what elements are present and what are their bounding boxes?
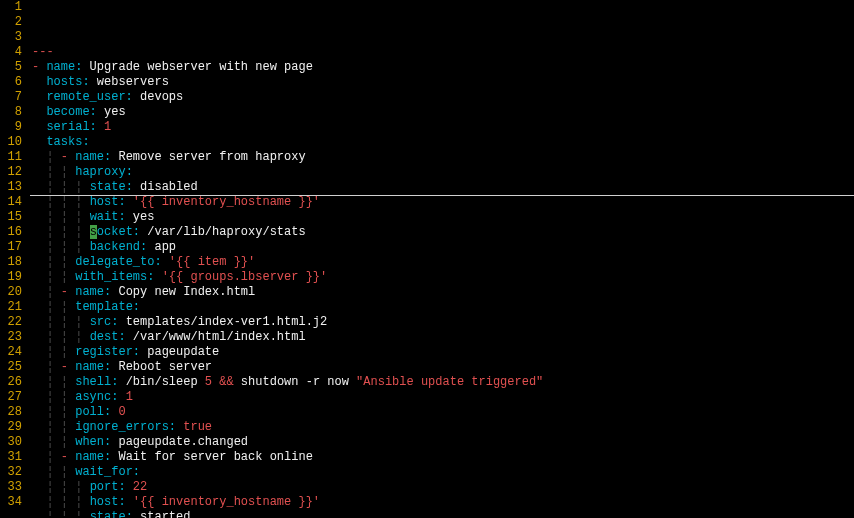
token-val: [32, 405, 46, 419]
token-dash: -: [61, 150, 75, 164]
code-line[interactable]: serial: 1: [32, 120, 852, 135]
token-key: haproxy:: [75, 165, 133, 179]
token-val: [32, 210, 46, 224]
token-str: '{{ inventory_hostname }}': [133, 195, 320, 209]
token-indent: ¦: [46, 285, 60, 299]
token-key: register:: [75, 345, 140, 359]
code-line[interactable]: remote_user: devops: [32, 90, 852, 105]
code-line[interactable]: ¦ ¦ ¦ dest: /var/www/html/index.html: [32, 330, 852, 345]
token-val: templates/index-ver1.html.j2: [118, 315, 327, 329]
token-key: with_items:: [75, 270, 154, 284]
code-line[interactable]: ¦ ¦ poll: 0: [32, 405, 852, 420]
token-val: Reboot server: [111, 360, 212, 374]
token-val: [32, 435, 46, 449]
token-str: '{{ inventory_hostname }}': [133, 495, 320, 509]
line-number: 19: [4, 270, 22, 285]
cursor-line-underline: [30, 195, 854, 196]
token-indent: ¦: [46, 150, 60, 164]
token-val: [32, 420, 46, 434]
code-line[interactable]: ¦ ¦ ignore_errors: true: [32, 420, 852, 435]
token-indent: ¦ ¦ ¦: [46, 315, 89, 329]
code-line[interactable]: tasks:: [32, 135, 852, 150]
code-line[interactable]: ¦ ¦ ¦ socket: /var/lib/haproxy/stats: [32, 225, 852, 240]
token-val: shutdown -r now: [234, 375, 356, 389]
line-number: 31: [4, 450, 22, 465]
token-indent: ¦ ¦ ¦: [46, 480, 89, 494]
line-number: 26: [4, 375, 22, 390]
code-line[interactable]: ¦ ¦ async: 1: [32, 390, 852, 405]
line-number: 2: [4, 15, 22, 30]
token-indent: ¦ ¦: [46, 300, 75, 314]
line-number: 15: [4, 210, 22, 225]
token-val: [32, 255, 46, 269]
token-val: /bin/sleep: [118, 375, 204, 389]
code-line[interactable]: ¦ ¦ ¦ backend: app: [32, 240, 852, 255]
code-line[interactable]: ¦ ¦ shell: /bin/sleep 5 && shutdown -r n…: [32, 375, 852, 390]
token-num: 22: [133, 480, 147, 494]
line-number: 22: [4, 315, 22, 330]
token-indent: ¦ ¦ ¦: [46, 330, 89, 344]
token-val: [32, 495, 46, 509]
code-line[interactable]: ¦ ¦ ¦ state: started: [32, 510, 852, 518]
code-line[interactable]: ¦ ¦ ¦ state: disabled: [32, 180, 852, 195]
token-key: wait:: [90, 210, 126, 224]
token-indent: ¦ ¦: [46, 390, 75, 404]
code-line[interactable]: ¦ ¦ when: pageupdate.changed: [32, 435, 852, 450]
line-number: 28: [4, 405, 22, 420]
code-line[interactable]: ¦ - name: Copy new Index.html: [32, 285, 852, 300]
code-line[interactable]: ¦ ¦ ¦ wait: yes: [32, 210, 852, 225]
token-val: [32, 315, 46, 329]
code-line[interactable]: ¦ ¦ register: pageupdate: [32, 345, 852, 360]
code-line[interactable]: ¦ ¦ with_items: '{{ groups.lbserver }}': [32, 270, 852, 285]
token-key: wait_for:: [75, 465, 140, 479]
token-key: backend:: [90, 240, 148, 254]
token-key: ignore_errors:: [75, 420, 176, 434]
code-line[interactable]: ¦ ¦ ¦ host: '{{ inventory_hostname }}': [32, 195, 852, 210]
token-val: [32, 360, 46, 374]
token-val: [154, 270, 161, 284]
token-val: [32, 510, 46, 518]
token-indent: ¦ ¦: [46, 345, 75, 359]
token-key: name:: [75, 450, 111, 464]
token-val: pageupdate: [140, 345, 219, 359]
token-val: yes: [126, 210, 155, 224]
line-number: 17: [4, 240, 22, 255]
token-val: [126, 495, 133, 509]
token-str: '{{ groups.lbserver }}': [162, 270, 328, 284]
code-line[interactable]: ¦ ¦ ¦ host: '{{ inventory_hostname }}': [32, 495, 852, 510]
line-number: 34: [4, 495, 22, 510]
line-number: 1: [4, 0, 22, 15]
code-line[interactable]: ¦ ¦ ¦ port: 22: [32, 480, 852, 495]
line-number: 7: [4, 90, 22, 105]
token-indent: ¦ ¦ ¦: [46, 225, 89, 239]
code-line[interactable]: ¦ - name: Wait for server back online: [32, 450, 852, 465]
token-key: poll:: [75, 405, 111, 419]
code-line[interactable]: ---: [32, 45, 852, 60]
code-editor[interactable]: 1234567891011121314151617181920212223242…: [0, 0, 854, 518]
line-number: 29: [4, 420, 22, 435]
code-content[interactable]: ---- name: Upgrade webserver with new pa…: [30, 0, 854, 518]
code-line[interactable]: ¦ - name: Remove server from haproxy: [32, 150, 852, 165]
code-line[interactable]: ¦ - name: Reboot server: [32, 360, 852, 375]
code-line[interactable]: ¦ ¦ wait_for:: [32, 465, 852, 480]
token-val: [32, 450, 46, 464]
code-line[interactable]: ¦ ¦ ¦ src: templates/index-ver1.html.j2: [32, 315, 852, 330]
token-val: devops: [133, 90, 183, 104]
code-line[interactable]: hosts: webservers: [32, 75, 852, 90]
token-val: [118, 390, 125, 404]
line-number: 16: [4, 225, 22, 240]
token-str: "Ansible update triggered": [356, 375, 543, 389]
token-val: Wait for server back online: [111, 450, 313, 464]
token-indent: ¦ ¦: [46, 255, 75, 269]
code-line[interactable]: ¦ ¦ haproxy:: [32, 165, 852, 180]
token-str: '{{ item }}': [169, 255, 255, 269]
code-line[interactable]: become: yes: [32, 105, 852, 120]
token-val: [32, 390, 46, 404]
line-number: 12: [4, 165, 22, 180]
line-number: 8: [4, 105, 22, 120]
token-key: name:: [75, 150, 111, 164]
code-line[interactable]: ¦ ¦ delegate_to: '{{ item }}': [32, 255, 852, 270]
token-val: [32, 135, 46, 149]
code-line[interactable]: - name: Upgrade webserver with new page: [32, 60, 852, 75]
code-line[interactable]: ¦ ¦ template:: [32, 300, 852, 315]
